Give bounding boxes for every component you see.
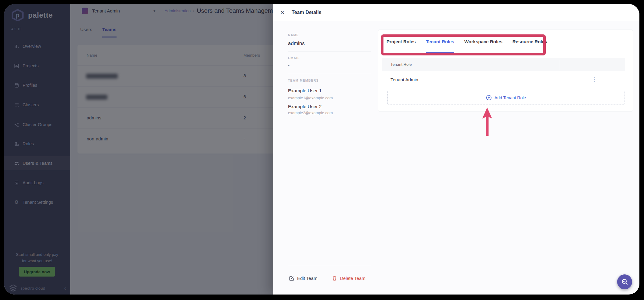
edit-team-button[interactable]: Edit Team (289, 276, 317, 281)
magnifier-smile-icon (621, 278, 629, 286)
app-window: p palette 4.5.10 Overview Projects (4, 4, 639, 295)
name-value: admins (288, 41, 305, 47)
divider (288, 74, 371, 74)
member-name: Example User 2 (288, 104, 322, 109)
role-name: Tenant Admin (390, 77, 418, 82)
add-tenant-role-label: Add Tenant Role (495, 95, 526, 100)
plus-circle-icon (486, 95, 492, 101)
team-details-drawer: ✕ Team Details NAME admins EMAIL - TEAM … (273, 4, 639, 295)
column-header-tenant-role: Tenant Role (390, 62, 412, 67)
edit-pencil-icon (289, 276, 294, 281)
role-tabs: Project Roles Tenant Roles Workspace Rol… (378, 30, 633, 53)
tab-workspace-roles[interactable]: Workspace Roles (464, 30, 502, 53)
drawer-header: ✕ Team Details (273, 4, 639, 21)
delete-team-label: Delete Team (340, 276, 365, 281)
search-fab-button[interactable] (617, 274, 632, 289)
member-email: example2@example.com (288, 111, 333, 115)
close-icon[interactable]: ✕ (280, 10, 285, 15)
member-name: Example User 1 (288, 88, 322, 94)
name-label: NAME (288, 33, 299, 37)
email-value: - (288, 62, 290, 68)
tab-tenant-roles[interactable]: Tenant Roles (426, 30, 454, 53)
trash-icon (332, 276, 337, 281)
divider (288, 265, 371, 265)
delete-team-button[interactable]: Delete Team (332, 276, 365, 281)
divider (288, 51, 371, 51)
email-label: EMAIL (288, 56, 300, 60)
column-divider (560, 60, 560, 70)
edit-team-label: Edit Team (297, 276, 317, 281)
drawer-title: Team Details (292, 10, 322, 15)
tab-resource-roles[interactable]: Resource Roles (513, 30, 547, 53)
kebab-menu-icon[interactable]: ⋮ (592, 76, 597, 83)
roles-table-header: Tenant Role (382, 58, 625, 71)
team-members-label: TEAM MEMBERS (288, 79, 319, 82)
member-email: example1@example.com (288, 96, 333, 100)
roles-card: Project Roles Tenant Roles Workspace Rol… (378, 30, 633, 112)
tab-project-roles[interactable]: Project Roles (387, 30, 416, 53)
screenshot-frame: p palette 4.5.10 Overview Projects (0, 0, 644, 300)
role-row[interactable]: Tenant Admin ⋮ (382, 71, 625, 89)
add-tenant-role-button[interactable]: Add Tenant Role (387, 91, 624, 104)
